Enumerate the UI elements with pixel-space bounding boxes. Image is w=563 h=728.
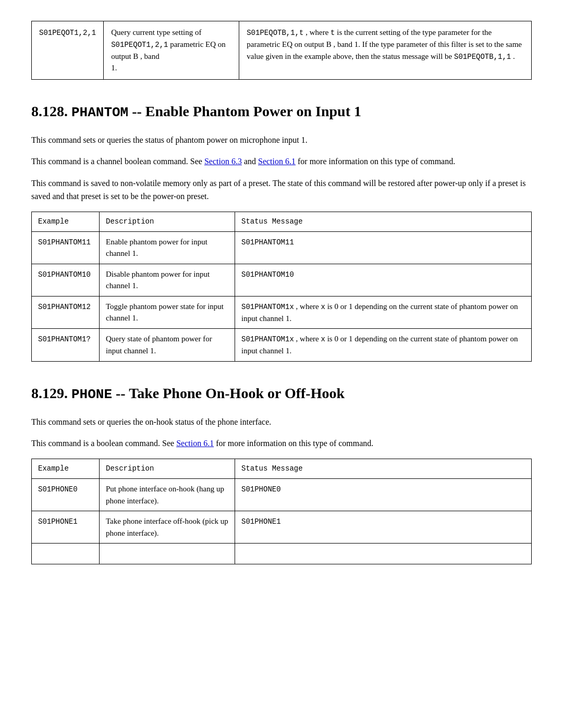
table-128-header-status: Status Message xyxy=(235,212,532,231)
table-128-header-row: Example Description Status Message xyxy=(32,212,532,231)
section-128-table: Example Description Status Message S01PH… xyxy=(31,212,532,362)
section-61-link-129[interactable]: Section 6.1 xyxy=(176,439,214,448)
top-table-example: S01PEQOT1,2,1 xyxy=(39,29,96,37)
table-128-row2-status: S01PHANTOM10 xyxy=(235,264,532,296)
table-128-row1-status: S01PHANTOM11 xyxy=(235,231,532,264)
section-128-para1: This command sets or queries the status … xyxy=(31,133,532,147)
section-128-heading: 8.128. PHANTOM -- Enable Phantom Power o… xyxy=(31,101,532,123)
table-129-header-status: Status Message xyxy=(235,459,532,479)
table-128-header-description: Description xyxy=(100,212,235,231)
table-129-row1-example: S01PHONE0 xyxy=(32,479,100,511)
section-128: 8.128. PHANTOM -- Enable Phantom Power o… xyxy=(31,101,532,362)
table-128-header-example: Example xyxy=(32,212,100,231)
section-128-para2: This command is a channel boolean comman… xyxy=(31,155,532,168)
table-row: S01PHANTOM1? Query state of phantom powe… xyxy=(32,329,532,362)
table-128-row1-example: S01PHANTOM11 xyxy=(32,231,100,264)
table-128-row2-example: S01PHANTOM10 xyxy=(32,264,100,296)
table-row: S01PHANTOM11 Enable phantom power for in… xyxy=(32,231,532,264)
table-128-row3-desc: Toggle phantom power state for input cha… xyxy=(100,296,235,329)
section-129: 8.129. PHONE -- Take Phone On-Hook or Of… xyxy=(31,382,532,564)
section-61-link-128[interactable]: Section 6.1 xyxy=(258,157,296,166)
table-129-row1-desc: Put phone interface on-hook (hang up pho… xyxy=(100,479,235,511)
top-table-status: S01PEQOTB,1,t , where t is the current s… xyxy=(247,28,522,60)
top-table-desc: Query current type setting of S01PEQOT1,… xyxy=(111,28,226,72)
table-128-row4-status: S01PHANTOM1x , where x is 0 or 1 dependi… xyxy=(235,329,532,362)
table-129-header-row: Example Description Status Message xyxy=(32,459,532,479)
table-128-row3-status: S01PHANTOM1x , where x is 0 or 1 dependi… xyxy=(235,296,532,329)
section-128-para3: This command is saved to non-volatile me… xyxy=(31,177,532,203)
section-129-table: Example Description Status Message S01PH… xyxy=(31,459,532,564)
table-129-header-example: Example xyxy=(32,459,100,479)
table-129-header-description: Description xyxy=(100,459,235,479)
table-row: S01PHONE1 Take phone interface off-hook … xyxy=(32,511,532,544)
table-129-row2-desc: Take phone interface off-hook (pick up p… xyxy=(100,511,235,544)
table-row: S01PHANTOM10 Disable phantom power for i… xyxy=(32,264,532,296)
section-63-link[interactable]: Section 6.3 xyxy=(204,157,242,166)
table-129-row1-status: S01PHONE0 xyxy=(235,479,532,511)
table-128-row1-desc: Enable phantom power for input channel 1… xyxy=(100,231,235,264)
table-128-row3-example: S01PHANTOM12 xyxy=(32,296,100,329)
table-129-row2-example: S01PHONE1 xyxy=(32,511,100,544)
top-continuation-table: S01PEQOT1,2,1 Query current type setting… xyxy=(31,21,532,80)
table-row: S01PHANTOM12 Toggle phantom power state … xyxy=(32,296,532,329)
table-128-row4-desc: Query state of phantom power for input c… xyxy=(100,329,235,362)
table-row-empty xyxy=(32,544,532,564)
table-128-row4-example: S01PHANTOM1? xyxy=(32,329,100,362)
table-128-row2-desc: Disable phantom power for input channel … xyxy=(100,264,235,296)
table-129-row2-status: S01PHONE1 xyxy=(235,511,532,544)
table-row: S01PHONE0 Put phone interface on-hook (h… xyxy=(32,479,532,511)
section-129-heading: 8.129. PHONE -- Take Phone On-Hook or Of… xyxy=(31,382,532,405)
section-129-para1: This command sets or queries the on-hook… xyxy=(31,415,532,429)
section-129-para2: This command is a boolean command. See S… xyxy=(31,437,532,450)
